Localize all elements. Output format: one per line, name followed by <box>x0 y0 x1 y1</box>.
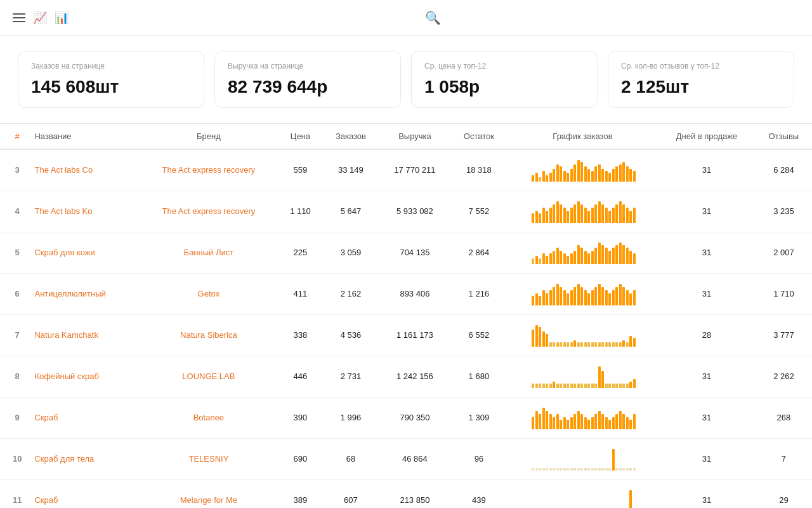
chart-bar <box>584 342 587 347</box>
row-num: 4 <box>0 190 28 232</box>
row-brand[interactable]: The Act express recovery <box>139 149 278 191</box>
row-brand[interactable]: The Act express recovery <box>139 190 278 232</box>
chart-bar <box>570 468 573 471</box>
chart-bar <box>549 468 552 471</box>
chart-bar <box>629 468 632 471</box>
chart-bar <box>591 171 594 182</box>
chart-bar <box>626 417 629 429</box>
row-chart <box>508 273 658 314</box>
col-header-3: Цена <box>278 124 322 149</box>
chart-bar <box>629 490 632 508</box>
stats-row: Заказов на странице 145 608штВыручка на … <box>0 36 812 124</box>
row-name[interactable]: The Act labs Ko <box>28 190 139 232</box>
row-price: 389 <box>278 479 322 508</box>
chart-bar <box>601 468 604 471</box>
chart-bar <box>633 379 636 388</box>
chart-bar <box>584 290 587 305</box>
row-name[interactable]: Natura Kamchatk <box>28 314 139 356</box>
stat-label: Заказов на странице <box>31 62 191 72</box>
chart-bar <box>612 208 615 223</box>
mini-chart <box>532 241 633 264</box>
chart-bar <box>591 208 594 223</box>
table-row: 3The Act labs CoThe Act express recovery… <box>0 149 812 191</box>
col-header-0: # <box>0 124 28 149</box>
site-logo: 🔍 <box>425 10 443 26</box>
row-brand[interactable]: Melange for Me <box>139 479 278 508</box>
mini-chart <box>532 448 633 471</box>
row-brand[interactable]: LOUNGE LAB <box>139 356 278 397</box>
chart-bar <box>573 414 576 429</box>
table-row: 10Скраб для телаTELESNIY6906846 86496317 <box>0 438 812 479</box>
chart-bar <box>573 468 576 471</box>
row-brand[interactable]: Botanee <box>139 397 278 438</box>
row-reviews: 1 710 <box>756 273 812 314</box>
row-orders: 2 731 <box>322 356 379 397</box>
row-chart <box>508 190 658 232</box>
row-name[interactable]: The Act labs Co <box>28 149 139 191</box>
chart-bar <box>584 166 587 182</box>
row-brand[interactable]: TELESNIY <box>139 438 278 479</box>
chart-bar <box>532 296 534 305</box>
row-name[interactable]: Антицеллюлитный <box>28 273 139 314</box>
row-orders: 607 <box>322 479 379 508</box>
chart-bar <box>608 342 611 347</box>
row-days: 31 <box>658 232 756 273</box>
chart-bar <box>619 411 622 429</box>
chart-bar <box>601 245 604 264</box>
row-num: 3 <box>0 149 28 191</box>
row-brand[interactable]: Банный Лист <box>139 232 278 273</box>
bar-chart-icon: 📊 <box>55 11 69 25</box>
row-brand[interactable]: Getox <box>139 273 278 314</box>
chart-bar <box>580 204 583 223</box>
row-name[interactable]: Скраб для кожи <box>28 232 139 273</box>
chart-bar <box>612 169 615 182</box>
mini-chart <box>532 406 633 429</box>
chart-bar <box>605 208 608 223</box>
row-reviews: 3 777 <box>756 314 812 356</box>
chart-bar <box>594 204 597 223</box>
chart-bar <box>615 414 618 429</box>
chart-bar <box>553 204 555 223</box>
row-revenue: 213 850 <box>379 479 450 508</box>
products-table: #НазваниеБрендЦенаЗаказовВыручкаОстатокГ… <box>0 124 812 508</box>
chart-bar <box>622 204 625 223</box>
chart-bar <box>560 468 562 471</box>
chart-bar <box>577 201 580 223</box>
chart-bar <box>608 293 611 305</box>
chart-bar <box>612 417 615 429</box>
col-header-9: Отзывы <box>756 124 812 149</box>
chart-bar <box>591 342 594 347</box>
chart-bar <box>622 414 625 429</box>
row-stock: 6 552 <box>450 314 508 356</box>
chart-bar <box>542 208 545 223</box>
row-name[interactable]: Скраб для тела <box>28 438 139 479</box>
chart-bar <box>619 201 622 223</box>
row-name[interactable]: Скраб <box>28 397 139 438</box>
chart-bar <box>566 293 569 305</box>
chart-bar <box>577 284 580 305</box>
row-revenue: 17 770 211 <box>379 149 450 191</box>
stat-card-2: Ср. цена у топ-12 1 058р <box>411 51 598 108</box>
row-reviews: 3 235 <box>756 190 812 232</box>
chart-bar <box>560 287 562 305</box>
chart-bar <box>622 287 625 305</box>
row-name[interactable]: Кофейный скраб <box>28 356 139 397</box>
chart-bar <box>553 382 555 388</box>
hamburger-menu[interactable] <box>13 13 25 22</box>
chart-bar <box>622 384 625 388</box>
chart-bar <box>566 420 569 429</box>
row-days: 31 <box>658 149 756 191</box>
row-revenue: 1 161 173 <box>379 314 450 356</box>
row-stock: 439 <box>450 479 508 508</box>
chart-bar <box>601 204 604 223</box>
chart-bar <box>626 208 629 223</box>
chart-bar <box>532 213 534 223</box>
chart-bar <box>535 173 538 182</box>
chart-bar <box>605 468 608 471</box>
chart-bar <box>605 384 608 388</box>
row-brand[interactable]: Natura Siberica <box>139 314 278 356</box>
chart-bar <box>542 253 545 264</box>
chart-bar <box>626 468 629 471</box>
stat-value: 82 739 644р <box>228 77 388 97</box>
row-name[interactable]: Скраб <box>28 479 139 508</box>
